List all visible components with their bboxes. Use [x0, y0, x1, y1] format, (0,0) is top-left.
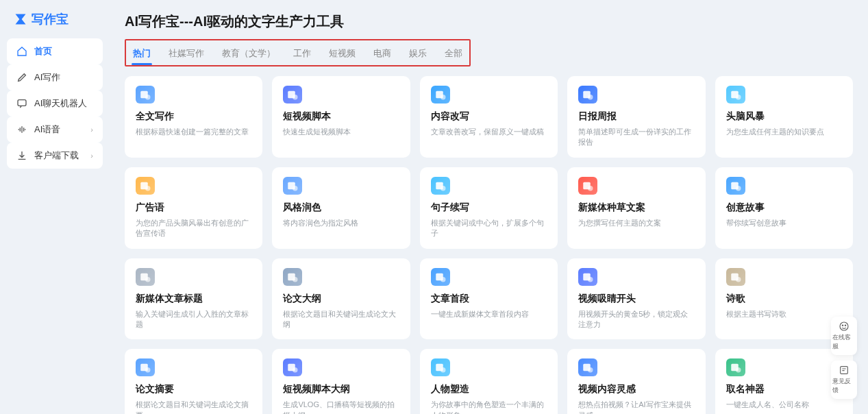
pen-icon	[16, 72, 27, 83]
float-btn-1[interactable]: 意见反馈	[831, 361, 857, 399]
card-icon	[431, 358, 450, 376]
card-grid: 全文写作根据标题快速创建一篇完整的文章短视频脚本快速生成短视频脚本内容改写文章改…	[125, 76, 853, 414]
card-15[interactable]: 论文摘要根据论文题目和关键词生成论文摘要	[125, 349, 262, 414]
card-title: 论文摘要	[136, 383, 251, 395]
svg-point-28	[588, 277, 593, 282]
card-desc: 根据标题快速创建一篇完整的文章	[136, 127, 251, 137]
download-icon	[16, 150, 27, 161]
svg-point-42	[842, 325, 843, 326]
svg-rect-0	[18, 100, 26, 106]
card-7[interactable]: 句子续写根据关键词或中心句，扩展多个句子	[420, 167, 558, 249]
card-icon	[136, 177, 155, 195]
sidebar-item-4[interactable]: 客户端下载›	[7, 143, 103, 169]
card-desc: 一键生成新媒体文章首段内容	[431, 309, 547, 319]
tab-5[interactable]: 电商	[372, 43, 393, 64]
svg-point-14	[293, 186, 298, 191]
card-desc: 想热点拍视频？让AI写作宝来提供灵感	[578, 400, 694, 414]
card-icon	[726, 177, 745, 195]
card-13[interactable]: 视频吸睛开头用视频开头的黄金5秒，锁定观众注意力	[567, 258, 705, 340]
feedback-icon	[839, 365, 850, 376]
card-desc: 根据论文题目和关键词生成论文摘要	[136, 400, 251, 414]
card-title: 全文写作	[136, 110, 251, 123]
svg-point-8	[588, 95, 593, 100]
chevron-right-icon: ›	[90, 125, 93, 134]
page-title: AI写作宝---AI驱动的文字生产力工具	[125, 12, 853, 31]
svg-point-40	[736, 367, 741, 373]
tab-4[interactable]: 短视频	[327, 43, 357, 64]
card-desc: 将内容润色为指定风格	[283, 218, 399, 228]
float-btn-0[interactable]: 在线客服	[831, 317, 857, 355]
card-9[interactable]: 创意故事帮你续写创意故事	[715, 167, 853, 249]
card-title: 日报周报	[578, 110, 694, 123]
card-desc: 为您的产品头脑风暴出有创意的广告宣传语	[136, 218, 251, 239]
sidebar-item-2[interactable]: AI聊天机器人	[7, 90, 103, 117]
tab-6[interactable]: 娱乐	[408, 43, 428, 64]
card-1[interactable]: 短视频脚本快速生成短视频脚本	[272, 76, 410, 158]
tab-3[interactable]: 工作	[292, 43, 312, 64]
card-desc: 为您生成任何主题的知识要点	[726, 127, 842, 137]
svg-point-18	[588, 186, 593, 191]
card-desc: 简单描述即可生成一份详实的工作报告	[578, 127, 694, 148]
home-icon	[16, 46, 27, 57]
card-icon	[726, 358, 745, 376]
svg-rect-44	[841, 367, 848, 374]
card-17[interactable]: 人物塑造为你故事中的角色塑造一个丰满的人物形象	[420, 349, 558, 414]
card-3[interactable]: 日报周报简单描述即可生成一份详实的工作报告	[567, 76, 705, 158]
card-icon	[578, 177, 597, 195]
svg-point-22	[145, 277, 151, 282]
card-title: 句子续写	[431, 202, 547, 214]
card-12[interactable]: 文章首段一键生成新媒体文章首段内容	[420, 258, 558, 340]
main-content: AI写作宝---AI驱动的文字生产力工具 热门社媒写作教育（文学）工作短视频电商…	[110, 0, 868, 414]
card-icon	[283, 177, 302, 195]
tab-2[interactable]: 教育（文学）	[221, 43, 277, 64]
card-icon	[283, 268, 302, 286]
card-18[interactable]: 视频内容灵感想热点拍视频？让AI写作宝来提供灵感	[567, 349, 705, 414]
card-desc: 快速生成短视频脚本	[283, 127, 399, 137]
svg-point-24	[293, 277, 298, 282]
tab-1[interactable]: 社媒写作	[167, 43, 206, 64]
sidebar-item-3[interactable]: AI语音›	[7, 117, 103, 143]
tab-0[interactable]: 热门	[132, 43, 152, 64]
card-icon	[136, 86, 155, 103]
card-desc: 文章改善改写，保留原义一键成稿	[431, 127, 547, 137]
card-16[interactable]: 短视频脚本大纲生成VLOG、口播稿等短视频的拍摄大纲	[272, 349, 410, 414]
sidebar-item-label: AI语音	[34, 123, 60, 136]
card-11[interactable]: 论文大纲根据论文题目和关键词生成论文大纲	[272, 258, 410, 340]
logo-text: 写作宝	[32, 11, 69, 27]
sidebar-item-label: AI聊天机器人	[34, 97, 87, 110]
card-desc: 一键生成人名、公司名称	[726, 400, 842, 410]
card-10[interactable]: 新媒体文章标题输入关键词生成引人入胜的文章标题	[125, 258, 262, 340]
card-0[interactable]: 全文写作根据标题快速创建一篇完整的文章	[125, 76, 262, 158]
card-icon	[726, 268, 745, 286]
chat-icon	[16, 98, 27, 109]
card-title: 视频内容灵感	[578, 383, 694, 395]
tab-7[interactable]: 全部	[443, 43, 464, 64]
card-title: 取名神器	[726, 383, 842, 395]
chevron-right-icon: ›	[90, 151, 93, 160]
card-6[interactable]: 风格润色将内容润色为指定风格	[272, 167, 410, 249]
card-2[interactable]: 内容改写文章改善改写，保留原义一键成稿	[420, 76, 558, 158]
card-icon	[431, 268, 450, 286]
card-title: 人物塑造	[431, 383, 547, 395]
card-icon	[136, 268, 155, 286]
card-icon	[283, 86, 302, 103]
service-icon	[839, 321, 850, 332]
floating-actions: 在线客服意见反馈	[831, 317, 857, 399]
card-8[interactable]: 新媒体种草文案为您撰写任何主题的文案	[567, 167, 705, 249]
card-title: 广告语	[136, 202, 251, 214]
logo[interactable]: 写作宝	[7, 7, 103, 34]
svg-point-30	[736, 277, 741, 282]
sidebar-item-0[interactable]: 首页	[7, 38, 103, 64]
svg-point-32	[145, 367, 151, 373]
sidebar-item-1[interactable]: AI写作	[7, 64, 103, 90]
card-icon	[431, 86, 450, 103]
tabs-highlight-box: 热门社媒写作教育（文学）工作短视频电商娱乐全部	[125, 39, 471, 66]
card-5[interactable]: 广告语为您的产品头脑风暴出有创意的广告宣传语	[125, 167, 262, 249]
card-4[interactable]: 头脑风暴为您生成任何主题的知识要点	[715, 76, 853, 158]
svg-point-36	[441, 367, 446, 373]
card-icon	[726, 86, 745, 103]
svg-point-20	[736, 186, 741, 191]
svg-point-2	[145, 95, 151, 100]
svg-point-16	[441, 186, 446, 191]
card-desc: 输入关键词生成引人入胜的文章标题	[136, 309, 251, 330]
